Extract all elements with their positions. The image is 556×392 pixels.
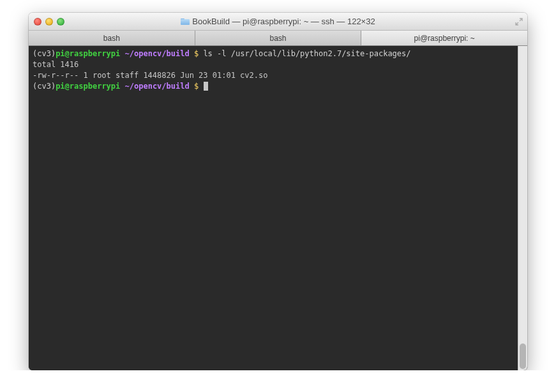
scroll-thumb[interactable] [520,343,526,369]
tab-label: bash [103,34,120,43]
minimize-button[interactable] [45,18,53,26]
terminal-content[interactable]: (cv3)pi@raspberrypi ~/opencv/build $ ls … [29,46,518,370]
close-button[interactable] [34,18,41,26]
terminal-area: (cv3)pi@raspberrypi ~/opencv/build $ ls … [29,46,527,370]
tab-bash-2[interactable]: bash [195,31,362,45]
terminal-window: BookBuild — pi@raspberrypi: ~ — ssh — 12… [29,13,527,370]
cursor [204,82,208,91]
terminal-line: -rw-r--r-- 1 root staff 1448826 Jun 23 0… [33,70,514,81]
window-title: BookBuild — pi@raspberrypi: ~ — ssh — 12… [33,17,523,26]
window-title-text: BookBuild — pi@raspberrypi: ~ — ssh — 12… [192,17,375,26]
folder-icon [181,18,190,25]
terminal-line: (cv3)pi@raspberrypi ~/opencv/build $ [33,81,514,92]
traffic-lights [34,18,64,26]
tab-bash-1[interactable]: bash [29,31,195,45]
expand-icon[interactable] [515,17,523,26]
tab-label: bash [269,34,286,43]
tab-label: pi@raspberrypi: ~ [414,34,475,43]
scrollbar[interactable] [518,46,527,370]
tab-bar: bash bash pi@raspberrypi: ~ [29,31,527,46]
terminal-line: (cv3)pi@raspberrypi ~/opencv/build $ ls … [33,49,514,59]
titlebar[interactable]: BookBuild — pi@raspberrypi: ~ — ssh — 12… [29,13,527,31]
zoom-button[interactable] [57,18,64,26]
tab-pi-raspberrypi[interactable]: pi@raspberrypi: ~ [361,31,527,45]
terminal-line: total 1416 [33,59,514,70]
